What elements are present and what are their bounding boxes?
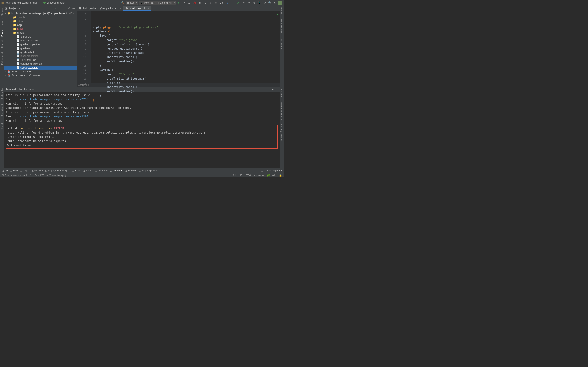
- tree-item--gradle[interactable]: ›📁.gradle: [4, 15, 77, 19]
- coverage-icon[interactable]: ▣: [198, 1, 202, 5]
- vcs-commit-icon[interactable]: ✔: [231, 1, 235, 5]
- search-icon[interactable]: 🔍: [268, 1, 272, 5]
- status-bar: ☐ Gradle sync finished in 1 m 54 s 970 m…: [0, 173, 284, 177]
- vcs-update-icon[interactable]: ↙: [225, 1, 230, 5]
- line-ending[interactable]: LF: [239, 174, 242, 177]
- rail-build-variants[interactable]: Build Variants: [1, 102, 3, 117]
- tree-item--gitignore[interactable]: 📄.gitignore: [4, 35, 77, 39]
- avatar[interactable]: [278, 1, 282, 5]
- run-config-device[interactable]: 📱Pixel_3a_API_33_x86_64: [139, 1, 176, 5]
- right-rail-lower: Emulator Device File Explorer Running De…: [279, 87, 284, 168]
- tree-item-gradle-properties[interactable]: 📄gradle.properties: [4, 42, 77, 46]
- editor-area: 🐘build.gradle.kts (Sample Project)×🐘spot…: [77, 6, 279, 87]
- attach-icon[interactable]: ⎋: [208, 1, 213, 5]
- profile-icon[interactable]: ≣: [187, 1, 191, 5]
- encoding[interactable]: UTF-8: [245, 174, 251, 177]
- rail-bookmarks[interactable]: Bookmarks: [1, 88, 3, 100]
- bottom-tool-problems[interactable]: ▢Problems: [95, 169, 108, 172]
- tree-root[interactable]: ▾📁kotlin-android-starter-project [Sample…: [4, 11, 77, 15]
- code-editor[interactable]: ✔ apply plugin: "com.diffplug.spotless"s…: [91, 11, 279, 83]
- tree-item-local-properties[interactable]: 📄local.properties: [4, 54, 77, 58]
- branch-widget[interactable]: 🌿 main: [267, 174, 276, 177]
- rail-gradle[interactable]: Gradle: [280, 7, 283, 15]
- bottom-tool-find[interactable]: ▢Find: [10, 169, 17, 172]
- tree-item-scratches-and-consoles[interactable]: ›📚Scratches and Consoles: [4, 73, 77, 77]
- app-inspection-icon[interactable]: ⧉: [252, 1, 256, 5]
- left-rail-lower: Bookmarks Build Variants Structure: [0, 87, 4, 168]
- bottom-tool-todo[interactable]: ▢TODO: [82, 169, 93, 172]
- bottom-tool-profiler[interactable]: ▢Profiler: [32, 169, 43, 172]
- rail-notifications[interactable]: Notifications: [280, 36, 283, 50]
- apply-changes-icon[interactable]: ⤓: [203, 1, 208, 5]
- rail-structure[interactable]: Structure: [1, 119, 3, 130]
- bottom-tool-app-quality-insights[interactable]: ▢App Quality Insights: [45, 169, 70, 172]
- bottom-tool-git[interactable]: ▢Git: [2, 169, 8, 172]
- close-icon[interactable]: ×: [120, 7, 121, 10]
- vcs-push-icon[interactable]: ↗: [236, 1, 240, 5]
- bottom-tool-layout-inspector[interactable]: ▢Layout Inspector: [261, 169, 282, 172]
- select-opened-icon[interactable]: ⊙: [54, 7, 58, 10]
- caret-position[interactable]: 18:1: [231, 174, 236, 177]
- bottom-tool-logcat[interactable]: ▢Logcat: [20, 169, 30, 172]
- rail-device-file-explorer[interactable]: Device File Explorer: [280, 100, 283, 122]
- settings-tree-icon[interactable]: ⚙: [68, 7, 71, 10]
- left-tool-rail: Resource Manager Project Commit Pull Req…: [0, 6, 4, 87]
- hammer-icon[interactable]: 🔨: [121, 1, 125, 5]
- hide-panel-icon[interactable]: —: [72, 7, 76, 10]
- run-icon[interactable]: ▶: [176, 1, 181, 5]
- expand-all-icon[interactable]: ≡: [59, 7, 62, 10]
- tree-item-gradle[interactable]: ›📁gradle: [4, 31, 77, 35]
- tree-item-external-libraries[interactable]: ›📚External Libraries: [4, 69, 77, 73]
- editor-tab-spotless-gradle[interactable]: 🐘spotless.gradle×: [123, 6, 151, 11]
- settings-icon[interactable]: ⚙: [273, 1, 277, 5]
- attach-debugger-icon[interactable]: ⟳: [182, 1, 186, 5]
- project-tree[interactable]: ▾📁kotlin-android-starter-project [Sample…: [4, 11, 77, 87]
- tree-item-app[interactable]: ›📁app: [4, 23, 77, 27]
- tree-item--idea[interactable]: ›📁.idea: [4, 19, 77, 23]
- rail-emulator[interactable]: Emulator: [280, 88, 283, 98]
- project-icon: [1, 1, 4, 4]
- collapse-all-icon[interactable]: ≣: [63, 7, 67, 10]
- tree-item-build-gradle-kts[interactable]: 📄build.gradle.kts: [4, 39, 77, 42]
- rail-commit[interactable]: Commit: [1, 39, 3, 49]
- project-panel-header: ▣ Project ▾ ⊙ ≡ ≣ ⚙ —: [4, 6, 77, 11]
- rollback-icon[interactable]: ↶: [246, 1, 251, 5]
- tree-item-spotless-gradle[interactable]: 📄spotless.gradle: [4, 66, 77, 69]
- terminal-dropdown-icon[interactable]: ▾: [33, 88, 34, 91]
- stop-icon[interactable]: ■: [214, 1, 218, 5]
- bottom-tool-terminal[interactable]: ▢Terminal: [110, 169, 122, 172]
- breadcrumb-sep-icon: 〉: [40, 1, 42, 4]
- tree-item-readme-md[interactable]: 📄README.md: [4, 58, 77, 62]
- device-manager-icon[interactable]: 📱: [257, 1, 261, 5]
- breadcrumb[interactable]: kotlin-android-starter-project 〉 spotles…: [1, 1, 65, 4]
- rail-device-manager[interactable]: Device Manager: [280, 17, 283, 34]
- sync-icon[interactable]: ⟳: [262, 1, 267, 5]
- rail-resource-manager[interactable]: Resource Manager: [1, 7, 3, 27]
- tree-item-settings-gradle-kts[interactable]: 📄settings.gradle.kts: [4, 62, 77, 66]
- tabs-more-icon[interactable]: ⋮: [274, 6, 279, 11]
- editor-tabs: 🐘build.gradle.kts (Sample Project)×🐘spot…: [77, 6, 279, 11]
- run-config-app[interactable]: ▦app: [126, 1, 138, 5]
- rail-project[interactable]: Project: [1, 29, 3, 38]
- bottom-tool-build[interactable]: ▢Build: [72, 169, 80, 172]
- debug-icon[interactable]: 🐞: [192, 1, 197, 5]
- tree-item-build[interactable]: ›📁build: [4, 27, 77, 31]
- top-tools: 🔨 ▦app 📱Pixel_3a_API_33_x86_64 ▶ ⟳ ≣ 🐞 ▣…: [121, 1, 282, 5]
- inspection-ok-icon: ✔: [277, 13, 278, 17]
- close-icon[interactable]: ×: [147, 7, 149, 9]
- bottom-tool-services[interactable]: ▢Services: [125, 169, 137, 172]
- bottom-tool-app-inspection[interactable]: ▢App Inspection: [139, 169, 158, 172]
- fold-gutter[interactable]: [88, 11, 91, 83]
- top-toolbar: kotlin-android-starter-project 〉 spotles…: [0, 0, 284, 6]
- history-icon[interactable]: ◷: [241, 1, 246, 5]
- tree-item-gradlew-bat[interactable]: 📄gradlew.bat: [4, 50, 77, 54]
- terminal-tab-local[interactable]: Local ×: [18, 87, 28, 92]
- terminal-add-icon[interactable]: +: [29, 88, 31, 91]
- lock-icon[interactable]: 🔒: [279, 174, 282, 177]
- terminal-body[interactable]: This is a build performance and scalabil…: [4, 92, 279, 168]
- tree-item-gradlew[interactable]: 📄gradlew: [4, 46, 77, 50]
- indent-setting[interactable]: 4 spaces: [254, 174, 264, 177]
- rail-running-devices[interactable]: Running Devices: [280, 123, 283, 142]
- editor-tab-build-gradle-kts-sample-project-[interactable]: 🐘build.gradle.kts (Sample Project)×: [77, 6, 123, 11]
- rail-pull-requests[interactable]: Pull Requests: [1, 50, 3, 66]
